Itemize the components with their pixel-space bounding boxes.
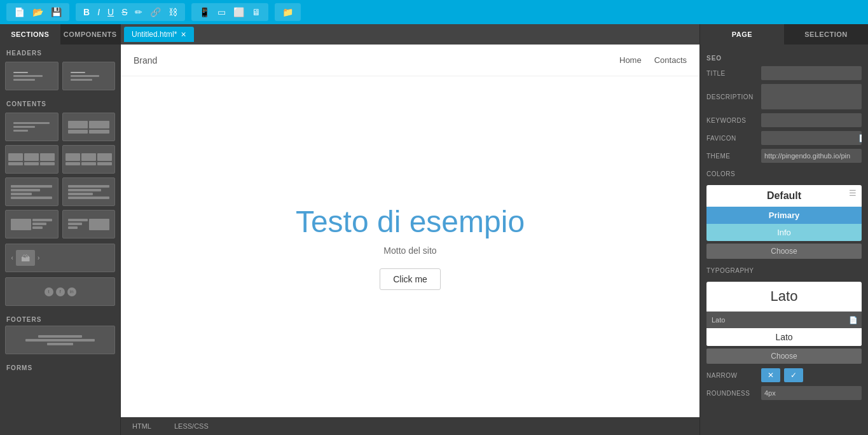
left-panel: SECTIONS COMPONENTS HEADERS C [0,24,121,435]
typography-dropdown-preview: Lato [706,328,862,346]
favicon-file-icon[interactable]: 📄 [855,134,862,142]
seo-favicon-input[interactable] [761,132,855,144]
social-section: t f in [0,277,120,311]
preview-navbar: Brand Home Contacts [121,45,699,76]
preview-brand: Brand [134,55,157,66]
canvas-tab-close-button[interactable]: × [181,30,186,39]
preview-click-button[interactable]: Click me [380,268,441,290]
format-tools-group: B I U S ✏ 🔗 ⛓ [76,3,185,21]
bold-button[interactable]: B [81,6,92,18]
roundness-input[interactable] [761,386,862,400]
components-tab[interactable]: COMPONENTS [60,24,121,45]
selection-tab[interactable]: SELECTION [784,24,868,45]
tablet-button[interactable]: ⬜ [231,6,247,18]
preview-nav-links: Home Contacts [619,55,687,65]
main-layout: SECTIONS COMPONENTS HEADERS C [0,24,868,435]
canvas-bottom-bar: HTML LESS/CSS [121,417,699,435]
content-component-7[interactable] [5,210,59,238]
contents-section-label: CONTENTS [0,95,120,110]
file-tools-group: 📄 📂 💾 [6,3,69,21]
canvas-area: Untitled.html* × Brand Home Contacts Tes… [121,24,699,435]
carousel-section: ‹ 🏔 › [0,244,120,277]
narrow-label: NARROW [706,372,757,379]
headers-grid [0,59,120,95]
seo-favicon-row: FAVICON 📄 [700,129,868,147]
carousel-component[interactable]: ‹ 🏔 › [5,244,115,272]
canvas-file-tab[interactable]: Untitled.html* × [124,27,194,42]
content-component-4[interactable] [62,145,116,174]
seo-title-label: TITLE [706,70,757,77]
theme-input[interactable] [761,150,862,162]
color-swatch-primary[interactable]: Primary [706,207,862,224]
content-component-3[interactable] [5,145,59,174]
content-component-2[interactable] [62,113,116,141]
tablet-small-button[interactable]: ▭ [215,6,228,18]
linkedin-icon: in [67,287,76,296]
right-panel-tabs: PAGE SELECTION [700,24,868,45]
seo-keywords-row: KEYWORDS [700,111,868,129]
content-component-8[interactable] [62,210,116,238]
theme-input-wrapper [761,149,862,163]
html-tab[interactable]: HTML [127,420,156,432]
seo-keywords-label: KEYWORDS [706,117,757,124]
contents-grid [0,110,120,244]
save-file-button[interactable]: 💾 [48,6,64,18]
colors-container: ☰ Default Primary Info [706,185,862,241]
strikethrough-button[interactable]: S [119,6,130,18]
canvas-preview: Brand Home Contacts Testo di esempio Mot… [121,45,699,417]
headers-section-label: HEADERS [0,45,120,59]
roundness-row: ROUNDNESS [700,384,868,402]
typography-label: TYPOGRAPHY [706,267,757,274]
content-component-6[interactable] [62,177,116,206]
pen-button[interactable]: ✏ [132,6,145,18]
footers-section-label: FOOTERS [0,311,120,326]
lesscss-tab[interactable]: LESS/CSS [169,420,214,432]
folder-open-button[interactable]: 📁 [280,6,296,18]
preview-nav-home[interactable]: Home [619,55,642,65]
seo-keywords-input[interactable] [761,113,862,127]
unlink-button[interactable]: ⛓ [166,6,180,18]
typography-row-label: TYPOGRAPHY [700,261,868,279]
seo-title-input[interactable] [761,66,862,80]
canvas-tabs: Untitled.html* × [121,24,699,45]
sections-tab[interactable]: SECTIONS [0,24,60,45]
preview-nav-contacts[interactable]: Contacts [654,55,687,65]
theme-label: THEME [706,153,757,160]
colors-menu-icon[interactable]: ☰ [849,188,857,198]
twitter-icon: t [45,287,53,296]
underline-button[interactable]: U [105,6,116,18]
typography-file-icon[interactable]: 📄 [845,316,862,324]
left-panel-tabs: SECTIONS COMPONENTS [0,24,120,45]
narrow-row: NARROW ✕ ✓ [700,366,868,384]
social-component[interactable]: t f in [5,277,115,306]
narrow-check-button[interactable]: ✓ [784,368,803,382]
colors-choose-button[interactable]: Choose [706,244,862,259]
footers-section [0,326,120,359]
typography-font-input[interactable] [706,314,845,326]
colors-row-label: COLORS [700,165,868,183]
open-file-button[interactable]: 📂 [30,6,46,18]
seo-description-row: DESCRIPTION [700,82,868,111]
typography-choose-button[interactable]: Choose [706,349,862,364]
right-panel: PAGE SELECTION SEO TITLE DESCRIPTION KEY… [699,24,868,435]
theme-row: THEME [700,147,868,165]
content-component-5[interactable] [5,177,59,206]
facebook-icon: f [56,287,65,296]
new-file-button[interactable]: 📄 [11,6,27,18]
seo-section-label: SEO [700,50,868,64]
footer-component-1[interactable] [5,326,115,354]
seo-description-input[interactable] [761,84,862,109]
link-button[interactable]: 🔗 [148,6,163,18]
content-component-1[interactable] [5,113,59,141]
desktop-button[interactable]: 🖥 [249,6,263,18]
page-tab[interactable]: PAGE [700,24,784,45]
color-swatch-default[interactable]: Default [706,185,862,207]
italic-button[interactable]: I [95,6,102,18]
header-component-2[interactable] [62,62,116,90]
color-swatch-info[interactable]: Info [706,224,862,241]
narrow-x-button[interactable]: ✕ [761,368,780,382]
header-component-1[interactable] [5,62,59,90]
typography-font-preview: Lato [706,282,862,312]
mobile-button[interactable]: 📱 [196,6,212,18]
canvas-tab-label: Untitled.html* [132,30,177,39]
